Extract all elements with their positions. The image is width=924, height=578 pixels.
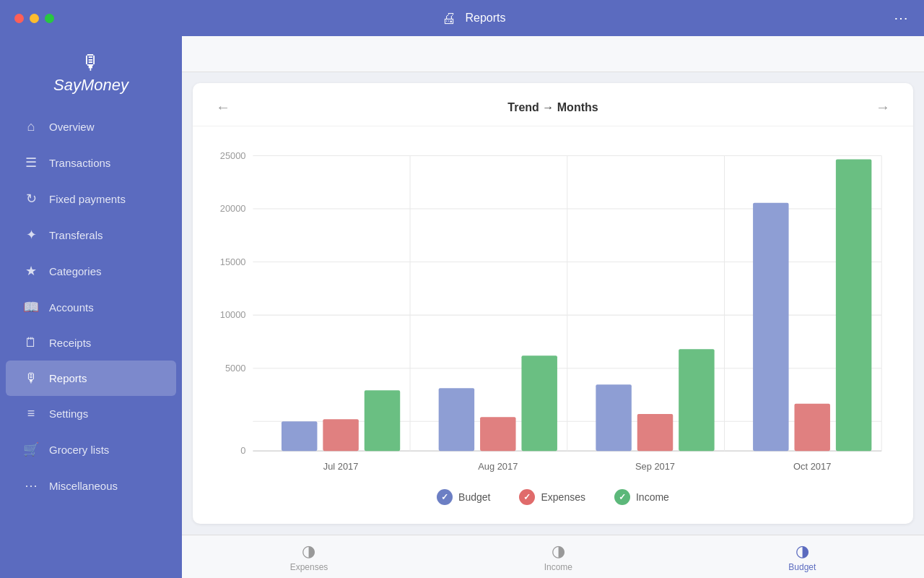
accounts-icon: 📖: [23, 299, 39, 315]
sidebar-item-label: Overview: [49, 121, 95, 133]
bar-jul-income: [365, 390, 400, 451]
main-layout: 🎙 SayMoney ⌂ Overview ☰ Transactions ↻ F…: [0, 36, 924, 578]
sidebar: 🎙 SayMoney ⌂ Overview ☰ Transactions ↻ F…: [0, 36, 182, 578]
legend-income: ✓ Income: [614, 489, 669, 505]
bottom-tab-expenses[interactable]: ◑ Expenses: [269, 538, 350, 577]
content-area: ← Trend → Months → 25000: [182, 36, 924, 578]
tab-strip: [182, 36, 924, 72]
bottom-bar: ◑ Expenses ◑ Income ◑ Budget: [182, 535, 924, 578]
maximize-button[interactable]: [45, 14, 54, 23]
budget-tab-label: Budget: [788, 562, 816, 572]
chart-title: Trend → Months: [236, 101, 870, 114]
chart-body: 25000 20000 15000 10000 5000 0: [193, 126, 913, 524]
more-menu-button[interactable]: ⋯: [894, 9, 910, 27]
bar-aug-income: [521, 355, 557, 451]
bar-oct-income: [836, 160, 871, 452]
bar-aug-budget: [439, 388, 474, 451]
fixed-payments-icon: ↻: [23, 191, 39, 207]
bar-sep-budget: [596, 384, 631, 451]
chart-next-button[interactable]: →: [870, 96, 896, 118]
title-bar-center: 🖨 Reports: [442, 10, 505, 27]
page-title: Reports: [465, 12, 505, 25]
sidebar-item-label: Settings: [49, 407, 88, 420]
legend-expenses-label: Expenses: [541, 491, 585, 503]
sidebar-item-label: Miscellaneous: [49, 480, 118, 492]
bar-oct-expenses: [794, 404, 829, 451]
settings-icon: ≡: [23, 406, 39, 421]
legend-budget: ✓ Budget: [437, 489, 490, 505]
income-tab-label: Income: [544, 562, 572, 572]
sidebar-item-label: Accounts: [49, 301, 94, 314]
bar-aug-expenses: [480, 417, 515, 451]
svg-text:Aug 2017: Aug 2017: [478, 460, 518, 471]
expenses-tab-icon: ◑: [302, 542, 315, 561]
svg-text:Sep 2017: Sep 2017: [635, 460, 675, 471]
receipts-icon: 🗒: [23, 335, 39, 350]
legend-expenses: ✓ Expenses: [519, 489, 585, 505]
svg-text:5000: 5000: [225, 363, 246, 374]
sidebar-item-transactions[interactable]: ☰ Transactions: [6, 144, 176, 181]
sidebar-item-overview[interactable]: ⌂ Overview: [6, 109, 176, 144]
chart-svg-area: 25000 20000 15000 10000 5000 0: [210, 141, 896, 480]
sidebar-item-grocery-lists[interactable]: 🛒 Grocery lists: [6, 431, 176, 467]
transactions-icon: ☰: [23, 155, 39, 171]
bar-oct-budget: [753, 203, 788, 451]
bar-sep-income: [679, 349, 714, 451]
reports-icon: 🎙: [23, 371, 39, 386]
bar-jul-expenses: [323, 419, 358, 451]
close-button[interactable]: [14, 14, 24, 23]
sidebar-item-miscellaneous[interactable]: ⋯ Miscellaneous: [6, 467, 176, 504]
grocery-lists-icon: 🛒: [23, 441, 39, 457]
legend-budget-label: Budget: [458, 491, 490, 503]
chart-container: ← Trend → Months → 25000: [193, 83, 913, 524]
chart-prev-button[interactable]: ←: [210, 96, 236, 118]
legend-income-label: Income: [636, 491, 669, 503]
legend-expenses-dot: ✓: [519, 489, 535, 505]
sidebar-item-label: Reports: [49, 372, 87, 384]
sidebar-item-label: Categories: [49, 265, 102, 277]
bottom-tab-income[interactable]: ◑ Income: [523, 538, 594, 577]
legend-income-dot: ✓: [614, 489, 630, 505]
expenses-tab-label: Expenses: [290, 562, 328, 572]
overview-icon: ⌂: [23, 119, 39, 134]
sidebar-item-transferals[interactable]: ✦ Transferals: [6, 217, 176, 253]
sidebar-item-label: Receipts: [49, 337, 91, 349]
logo-area: 🎙 SayMoney: [0, 43, 182, 109]
sidebar-item-label: Transferals: [49, 229, 103, 241]
traffic-lights: [14, 14, 54, 23]
sidebar-item-label: Grocery lists: [49, 444, 109, 456]
svg-text:0: 0: [240, 445, 245, 456]
sidebar-item-reports[interactable]: 🎙 Reports: [6, 361, 176, 396]
sidebar-item-receipts[interactable]: 🗒 Receipts: [6, 325, 176, 361]
svg-text:Jul 2017: Jul 2017: [323, 460, 359, 471]
budget-tab-icon: ◑: [796, 542, 809, 561]
legend-budget-dot: ✓: [437, 489, 453, 505]
sidebar-item-categories[interactable]: ★ Categories: [6, 253, 176, 289]
bar-sep-expenses: [637, 414, 673, 451]
chart-header: ← Trend → Months →: [193, 83, 913, 126]
svg-text:Oct 2017: Oct 2017: [793, 460, 831, 471]
sidebar-item-fixed-payments[interactable]: ↻ Fixed payments: [6, 181, 176, 217]
categories-icon: ★: [23, 263, 39, 279]
svg-text:10000: 10000: [220, 309, 246, 320]
bar-chart: 25000 20000 15000 10000 5000 0: [210, 141, 896, 480]
title-bar: 🖨 Reports ⋯: [0, 0, 924, 36]
transferals-icon: ✦: [23, 227, 39, 243]
svg-text:25000: 25000: [220, 150, 246, 160]
sidebar-item-settings[interactable]: ≡ Settings: [6, 396, 176, 431]
logo-icon: 🎙: [81, 51, 101, 74]
income-tab-icon: ◑: [552, 542, 565, 561]
sidebar-item-label: Transactions: [49, 157, 110, 169]
bottom-tab-budget[interactable]: ◑ Budget: [767, 538, 837, 577]
sidebar-item-label: Fixed payments: [49, 193, 126, 205]
minimize-button[interactable]: [30, 14, 39, 23]
svg-text:15000: 15000: [220, 256, 246, 267]
chart-legend: ✓ Budget ✓ Expenses ✓ Income: [210, 480, 896, 517]
bar-jul-budget: [282, 421, 317, 451]
sidebar-item-accounts[interactable]: 📖 Accounts: [6, 289, 176, 325]
logo-text: SayMoney: [53, 76, 128, 95]
svg-text:20000: 20000: [220, 203, 246, 214]
print-icon[interactable]: 🖨: [442, 10, 456, 27]
miscellaneous-icon: ⋯: [23, 478, 39, 493]
